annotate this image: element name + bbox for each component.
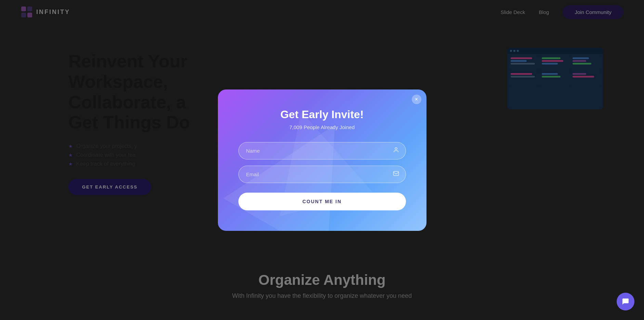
count-me-in-button[interactable]: COUNT ME IN — [238, 193, 406, 210]
modal-close-button[interactable]: × — [412, 95, 421, 104]
email-icon — [393, 170, 399, 178]
modal-subtitle: 7,009 People Already Joined — [238, 124, 406, 130]
name-field-container — [238, 142, 406, 159]
chat-widget[interactable] — [617, 293, 634, 310]
chat-icon — [621, 297, 630, 306]
user-icon — [393, 147, 399, 154]
svg-point-4 — [395, 148, 397, 150]
name-input[interactable] — [238, 142, 406, 159]
modal-inner: × Get Early Invite! 7,009 People Already… — [238, 108, 406, 210]
svg-rect-5 — [393, 171, 398, 176]
email-input[interactable] — [238, 166, 406, 183]
email-field-container — [238, 166, 406, 183]
early-invite-modal: × Get Early Invite! 7,009 People Already… — [218, 89, 426, 231]
modal-title: Get Early Invite! — [238, 108, 406, 121]
